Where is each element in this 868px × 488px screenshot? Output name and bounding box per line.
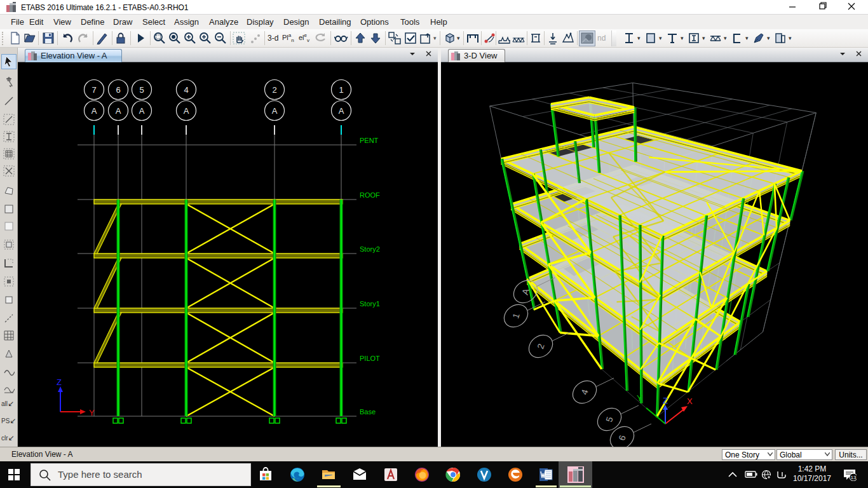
svg-text:2: 2 (272, 85, 276, 95)
svg-text:1: 1 (339, 85, 343, 95)
svg-text:13: 13 (851, 475, 857, 480)
svg-text:Story1: Story1 (360, 300, 380, 308)
svg-text:Y: Y (637, 393, 642, 403)
svg-text:4: 4 (184, 85, 188, 95)
svg-text:Y: Y (89, 408, 95, 417)
svg-text:5: 5 (139, 85, 144, 95)
svg-text:2: 2 (535, 342, 546, 351)
svg-text:Story2: Story2 (360, 245, 380, 253)
svg-text:A: A (116, 106, 121, 116)
svg-text:5: 5 (604, 416, 615, 424)
svg-text:4: 4 (579, 388, 590, 396)
svg-text:Z: Z (663, 396, 668, 405)
svg-text:A: A (339, 106, 344, 116)
svg-text:1: 1 (510, 312, 522, 320)
svg-text:A: A (92, 106, 97, 116)
svg-text:ROOF: ROOF (360, 191, 380, 199)
svg-text:A: A (184, 106, 189, 116)
svg-text:Z: Z (57, 377, 62, 387)
svg-text:PILOT: PILOT (360, 355, 380, 362)
svg-text:A: A (272, 106, 278, 116)
svg-text:6: 6 (616, 434, 628, 442)
svg-text:PENT: PENT (360, 137, 379, 144)
svg-text:6: 6 (116, 85, 120, 95)
svg-text:7: 7 (92, 85, 96, 95)
svg-text:X: X (687, 396, 693, 406)
svg-text:A: A (139, 106, 145, 116)
svg-text:Base: Base (360, 408, 376, 416)
